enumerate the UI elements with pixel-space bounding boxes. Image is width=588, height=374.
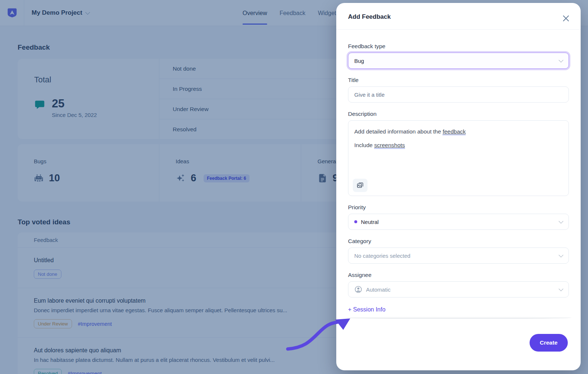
chevron-down-icon xyxy=(559,253,563,257)
create-button[interactable]: Create xyxy=(530,334,568,352)
title-input[interactable] xyxy=(348,86,569,103)
assignee-label: Assignee xyxy=(348,272,569,278)
description-label: Description xyxy=(348,111,569,117)
feedback-type-select[interactable]: Bug xyxy=(348,53,569,69)
assignee-select[interactable]: Automatic xyxy=(348,281,569,298)
chevron-down-icon xyxy=(559,286,563,291)
priority-select[interactable]: Neutral xyxy=(348,214,569,230)
priority-label: Priority xyxy=(348,204,569,211)
attach-image-button[interactable] xyxy=(353,179,368,192)
priority-value: Neutral xyxy=(361,219,379,225)
description-line-2: Include screenshots xyxy=(354,141,563,149)
category-label: Category xyxy=(348,238,569,245)
modal-header: Add Feedback xyxy=(336,3,581,30)
add-feedback-modal: Add Feedback Feedback type Bug Title Des… xyxy=(336,3,581,370)
modal-title: Add Feedback xyxy=(348,13,569,21)
chevron-down-icon xyxy=(559,58,563,63)
close-icon[interactable] xyxy=(562,14,570,23)
assignee-value: Automatic xyxy=(366,286,391,293)
feedback-type-label: Feedback type xyxy=(348,43,569,50)
title-label: Title xyxy=(348,77,569,83)
priority-dot-icon xyxy=(354,220,357,223)
add-session-info-link[interactable]: + Session Info xyxy=(348,306,386,313)
feedback-link-text: feedback xyxy=(442,128,466,135)
screenshots-link-text: screenshots xyxy=(374,142,405,149)
modal-footer: Create xyxy=(336,319,581,370)
category-placeholder: No categories selected xyxy=(354,253,410,259)
screen: My Demo Project Overview Feedback Widget… xyxy=(0,0,588,374)
description-editor[interactable]: Add detailed information about the feedb… xyxy=(348,120,569,196)
description-line-1: Add detailed information about the feedb… xyxy=(354,127,563,136)
category-select[interactable]: No categories selected xyxy=(348,247,569,264)
image-icon xyxy=(356,182,364,189)
modal-body: Feedback type Bug Title Description Add … xyxy=(336,30,581,319)
avatar-icon xyxy=(354,285,362,293)
feedback-type-value: Bug xyxy=(354,58,364,64)
chevron-down-icon xyxy=(559,219,563,224)
